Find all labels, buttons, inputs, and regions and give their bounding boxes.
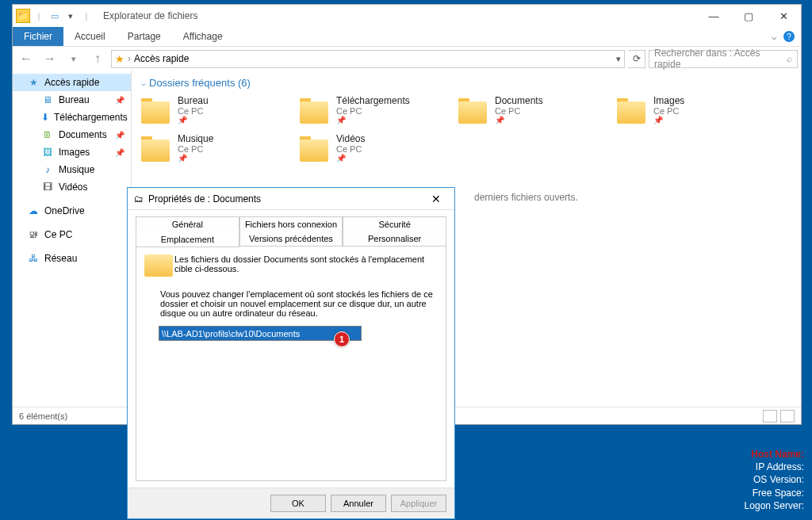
address-bar[interactable]: ★ › Accès rapide ▾ — [111, 50, 625, 68]
search-placeholder: Rechercher dans : Accès rapide — [654, 48, 787, 70]
video-icon: 🎞 — [41, 181, 54, 193]
forward-button[interactable]: → — [40, 48, 60, 69]
folder-name: Téléchargements — [336, 95, 410, 106]
sidebar-quick-access[interactable]: ★ Accès rapide — [13, 74, 131, 91]
sidebar-item-videos[interactable]: 🎞Vidéos — [13, 178, 131, 196]
pin-icon: 📌 — [336, 154, 365, 162]
dialog-close-button[interactable]: ✕ — [424, 189, 448, 208]
view-details-button[interactable] — [763, 410, 777, 422]
ribbon-tabs: Fichier Accueil Partage Affichage ⌵ ? — [13, 27, 801, 47]
download-icon: ⬇ — [41, 111, 49, 124]
tab-location[interactable]: Emplacement — [136, 232, 239, 247]
pin-icon: 📌 — [115, 148, 124, 157]
pin-icon: 📌 — [115, 131, 124, 140]
folder-icon — [141, 95, 171, 125]
tab-file[interactable]: Fichier — [13, 27, 63, 46]
network-icon: 🖧 — [27, 252, 40, 265]
ok-button[interactable]: OK — [270, 495, 326, 512]
pc-icon: 🖳 — [27, 228, 40, 241]
folder-card[interactable]: Vidéos Ce PC 📌 — [300, 133, 442, 163]
cancel-button[interactable]: Annuler — [331, 495, 386, 512]
dialog-icon: 🗂 — [134, 193, 144, 205]
tab-share[interactable]: Partage — [117, 27, 172, 46]
folder-name: Documents — [495, 95, 543, 106]
ip-label: IP Address: — [745, 461, 804, 473]
sidebar-item-downloads[interactable]: ⬇Téléchargements📌 — [13, 109, 131, 126]
apply-button[interactable]: Appliquer — [391, 495, 446, 512]
sidebar-thispc[interactable]: 🖳Ce PC — [13, 226, 131, 243]
folder-card[interactable]: Musique Ce PC 📌 — [141, 133, 284, 163]
ribbon-expand-icon[interactable]: ⌵ — [772, 32, 777, 42]
folder-card[interactable]: Téléchargements Ce PC 📌 — [300, 95, 442, 125]
sidebar: ★ Accès rapide 🖥Bureau📌 ⬇Téléchargements… — [13, 71, 132, 407]
folder-name: Bureau — [178, 95, 209, 106]
tab-customize[interactable]: Personnaliser — [343, 231, 446, 247]
nav-bar: ← → ▾ ↑ ★ › Accès rapide ▾ ⟳ Rechercher … — [13, 47, 801, 71]
window-title: Explorateur de fichiers — [103, 10, 197, 21]
cloud-icon: ☁ — [27, 205, 40, 217]
sidebar-item-music[interactable]: ♪Musique — [13, 161, 131, 178]
logonserver-label: Logon Server: — [745, 499, 804, 512]
recent-dropdown[interactable]: ▾ — [63, 48, 84, 69]
document-icon: 🗎 — [41, 128, 54, 141]
section-frequent-folders[interactable]: ⌵ Dossiers fréquents (6) — [141, 77, 791, 89]
status-count: 6 élément(s) — [19, 411, 67, 421]
location-desc-1: Les fichiers du dossier Documents sont s… — [174, 254, 438, 278]
tab-general[interactable]: Général — [136, 216, 239, 231]
folder-name: Images — [653, 95, 684, 106]
titlebar[interactable]: 📁 | ▭ ▾ | Explorateur de fichiers — ▢ ✕ — [13, 5, 801, 27]
folder-icon — [300, 133, 330, 163]
minimize-button[interactable]: — — [696, 5, 731, 27]
sidebar-onedrive[interactable]: ☁OneDrive — [13, 202, 131, 220]
annotation-callout-1: 1 — [334, 331, 350, 347]
folder-name: Vidéos — [336, 133, 365, 144]
location-path-input[interactable]: \\LAB-AD1\profils\clw10\Documents — [159, 326, 362, 341]
folder-location: Ce PC — [653, 106, 684, 116]
pin-icon: 📌 — [653, 116, 684, 124]
folder-name: Musique — [178, 133, 213, 144]
folder-card[interactable]: Bureau Ce PC 📌 — [141, 95, 284, 125]
view-large-button[interactable] — [780, 410, 795, 422]
qat-separator: | — [32, 9, 46, 23]
sidebar-item-documents[interactable]: 🗎Documents📌 — [13, 126, 131, 143]
dialog-buttons: OK Annuler Appliquer — [128, 488, 454, 518]
tab-security[interactable]: Sécurité — [343, 216, 446, 231]
location-desc-2: Vous pouvez changer l'emplacement où son… — [144, 286, 438, 326]
qat-properties-icon[interactable]: ▭ — [48, 9, 62, 23]
sidebar-item-images[interactable]: 🖼Images📌 — [13, 143, 131, 161]
address-dropdown-icon[interactable]: ▾ — [616, 54, 621, 64]
desktop-info: Host Name: IP Address: OS Version: Free … — [745, 448, 804, 512]
breadcrumb[interactable]: Accès rapide — [134, 53, 189, 64]
refresh-button[interactable]: ⟳ — [628, 50, 645, 68]
tab-offline-files[interactable]: Fichiers hors connexion — [239, 216, 343, 231]
folder-card[interactable]: Images Ce PC 📌 — [617, 95, 760, 125]
folder-icon — [617, 95, 647, 125]
music-icon: ♪ — [41, 163, 54, 176]
pin-icon: 📌 — [336, 116, 410, 124]
folder-location: Ce PC — [178, 106, 209, 116]
image-icon: 🖼 — [41, 146, 54, 159]
recent-files-note: derniers fichiers ouverts. — [474, 192, 578, 203]
tab-view[interactable]: Affichage — [172, 27, 234, 46]
search-input[interactable]: Rechercher dans : Accès rapide ⌕ — [649, 50, 798, 68]
tab-previous-versions[interactable]: Versions précédentes — [239, 231, 343, 247]
folder-icon — [300, 95, 330, 125]
back-button[interactable]: ← — [16, 48, 36, 69]
tab-home[interactable]: Accueil — [63, 27, 117, 46]
quick-access-icon: ★ — [115, 53, 124, 65]
help-icon[interactable]: ? — [783, 31, 795, 42]
sidebar-network[interactable]: 🖧Réseau — [13, 250, 131, 267]
pin-icon: 📌 — [178, 154, 213, 162]
up-button[interactable]: ↑ — [87, 48, 108, 69]
sidebar-item-bureau[interactable]: 🖥Bureau📌 — [13, 91, 131, 109]
folder-location: Ce PC — [178, 144, 213, 154]
folder-location: Ce PC — [495, 106, 543, 116]
qat-dropdown-icon[interactable]: ▾ — [63, 9, 78, 23]
close-button[interactable]: ✕ — [766, 5, 801, 27]
dialog-title: Propriétés de : Documents — [148, 193, 261, 205]
folder-location: Ce PC — [336, 106, 410, 116]
dialog-titlebar[interactable]: 🗂 Propriétés de : Documents ✕ — [128, 188, 454, 210]
explorer-icon: 📁 — [16, 9, 30, 23]
folder-card[interactable]: Documents Ce PC 📌 — [458, 95, 601, 125]
maximize-button[interactable]: ▢ — [731, 5, 766, 27]
